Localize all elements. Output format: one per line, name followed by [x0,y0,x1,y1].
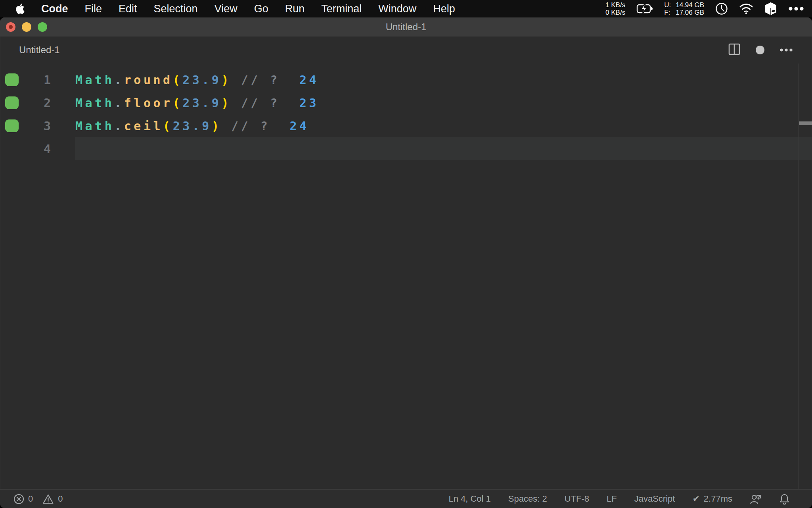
code-line-4[interactable]: 4 [0,137,812,160]
token-result: 24 [299,73,319,87]
cube-app-icon[interactable] [764,2,777,15]
cursor-position[interactable]: Ln 4, Col 1 [448,494,490,504]
token-comment: // ? [241,73,280,87]
editor[interactable]: 1Math.round(23.9) // ? 242Math.floor(23.… [0,64,812,489]
code-line-1[interactable]: 1Math.round(23.9) // ? 24 [0,68,812,91]
apple-menu-icon[interactable] [15,3,25,15]
code-line-3[interactable]: 3Math.ceil(23.9) // ? 24 [0,114,812,137]
mem-used-label: U: [664,1,671,9]
window-title-bar[interactable]: Untitled-1 [0,17,812,37]
feedback-person-icon[interactable] [750,493,762,504]
quokka-coverage-square-icon [5,73,19,86]
menu-item-help[interactable]: Help [433,3,455,15]
quokka-perf-indicator[interactable]: ✔ 2.77ms [692,494,732,504]
menu-item-selection[interactable]: Selection [154,3,198,15]
token-comment: // ? [241,96,280,110]
split-editor-icon[interactable] [728,43,741,57]
token-bracket: ) [221,73,231,87]
overview-ruler-scrollbar[interactable] [798,64,812,489]
line-number: 2 [19,96,51,110]
status-bar-right: Ln 4, Col 1 Spaces: 2 UTF-8 LF JavaScrip… [448,493,812,505]
token-method: floor [124,96,173,110]
battery-charging-icon[interactable] [636,4,653,14]
line-number: 3 [19,119,51,133]
perf-time: 2.77ms [704,494,732,504]
language-mode[interactable]: JavaScript [634,494,675,504]
token-bracket: ( [173,73,183,87]
menu-item-go[interactable]: Go [254,3,268,15]
menu-item-run[interactable]: Run [285,3,305,15]
token-object: Math [75,119,114,133]
quokka-coverage-square-icon [5,96,19,109]
token-bracket: ) [212,119,222,133]
more-menu-icon[interactable] [788,6,804,11]
code-text: Math.floor(23.9) // ? 23 [75,96,319,110]
menu-item-edit[interactable]: Edit [119,3,137,15]
token-method: ceil [124,119,163,133]
clock-icon[interactable] [715,2,728,15]
token-punct: . [114,96,124,110]
eol-setting[interactable]: LF [607,494,617,504]
menu-items: FileEditSelectionViewGoRunTerminalWindow… [85,3,472,15]
code-content[interactable]: Math.floor(23.9) // ? 23 [75,91,812,114]
macos-menu-bar: Code FileEditSelectionViewGoRunTerminalW… [0,0,812,17]
net-up-speed: 1 KB/s [605,1,625,9]
zoom-button[interactable] [38,22,47,32]
token-plain [280,96,299,110]
screen: Code FileEditSelectionViewGoRunTerminalW… [0,0,812,508]
token-result: 24 [289,119,309,133]
line-number: 4 [19,142,51,156]
editor-more-actions-icon[interactable] [779,46,793,54]
errors-count[interactable]: 0 [28,494,33,504]
menu-bar-left: Code FileEditSelectionViewGoRunTerminalW… [0,3,472,15]
memory-usage-indicator[interactable]: U: 14.94 GB F: 17.06 GB [664,1,704,16]
network-speed-indicator[interactable]: 1 KB/s 0 KB/s [605,1,625,16]
code-content[interactable] [75,137,812,160]
editor-tab-bar: Untitled-1 [0,37,812,64]
close-button[interactable] [6,22,15,32]
window-title: Untitled-1 [386,21,427,33]
token-object: Math [75,96,114,110]
tab-actions [728,43,793,57]
mem-free-value: 17.06 GB [676,9,704,16]
token-object: Math [75,73,114,87]
code-content[interactable]: Math.round(23.9) // ? 24 [75,68,812,91]
menu-item-window[interactable]: Window [378,3,416,15]
code-content[interactable]: Math.ceil(23.9) // ? 24 [75,114,812,137]
token-number: 23.9 [182,96,221,110]
menu-item-code[interactable]: Code [41,3,68,15]
token-method: round [124,73,173,87]
menu-item-terminal[interactable]: Terminal [321,3,362,15]
code-text: Math.ceil(23.9) // ? 24 [75,119,309,133]
token-comment: // ? [231,119,270,133]
menu-item-view[interactable]: View [214,3,237,15]
token-result: 23 [299,96,319,110]
notifications-bell-icon[interactable] [779,493,790,505]
code-lines: 1Math.round(23.9) // ? 242Math.floor(23.… [0,68,812,160]
code-line-2[interactable]: 2Math.floor(23.9) // ? 23 [0,91,812,114]
quokka-coverage-square-icon [5,119,19,132]
minimize-button[interactable] [22,22,31,32]
tab-untitled-1[interactable]: Untitled-1 [19,44,60,56]
line-number: 1 [19,73,51,87]
menu-item-file[interactable]: File [85,3,102,15]
status-bar-left: 0 0 [0,494,63,504]
mem-free-label: F: [664,9,671,16]
overview-ruler-cursor-mark [799,121,812,125]
token-punct: . [114,73,124,87]
token-bracket: ( [163,119,173,133]
errors-icon[interactable] [13,494,24,504]
unsaved-changes-dot-icon[interactable] [756,46,764,54]
menu-bar-status-area: 1 KB/s 0 KB/s U: 14.94 GB F: 17.06 GB [605,1,812,16]
wifi-icon[interactable] [739,3,753,14]
code-text: Math.round(23.9) // ? 24 [75,73,319,87]
token-number: 23.9 [182,73,221,87]
token-plain [221,119,231,133]
warnings-icon[interactable] [42,494,54,504]
status-bar: 0 0 Ln 4, Col 1 Spaces: 2 UTF-8 LF JavaS… [0,489,812,508]
indentation-setting[interactable]: Spaces: 2 [508,494,547,504]
mem-used-value: 14.94 GB [676,1,704,9]
token-bracket: ) [221,96,231,110]
encoding-setting[interactable]: UTF-8 [565,494,589,504]
warnings-count[interactable]: 0 [58,494,63,504]
